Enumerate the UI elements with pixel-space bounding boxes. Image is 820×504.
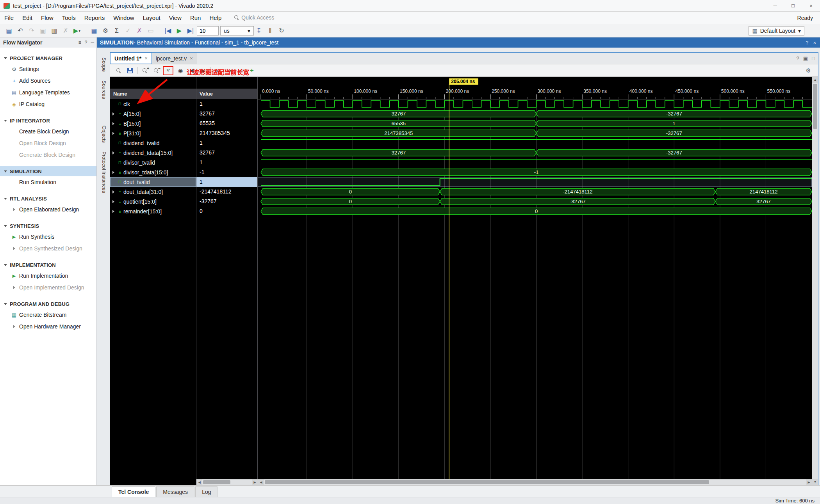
add-marker-icon[interactable]: +: [247, 66, 257, 75]
validate-icon[interactable]: ✓: [123, 26, 133, 36]
banner-close-icon[interactable]: ×: [813, 40, 816, 46]
scroll-left-icon[interactable]: ◀: [258, 479, 264, 485]
signal-name-dividend-tvalid[interactable]: ⊓dividend_tvalid: [110, 138, 196, 148]
signal-value-divisor-tdata-15-0[interactable]: -1: [196, 167, 257, 177]
tab-untitled-1[interactable]: Untitled 1*×: [110, 53, 152, 64]
menu-run[interactable]: Run: [186, 12, 205, 24]
flow-item-run-synthesis[interactable]: ▶Run Synthesis: [0, 231, 96, 243]
layout-select[interactable]: ▦ Default Layout ▾: [749, 26, 804, 35]
signal-value-dout-tdata-31-0[interactable]: -2147418112: [196, 187, 257, 197]
relaunch-icon[interactable]: ↻: [276, 26, 287, 36]
save-project-icon[interactable]: ▤: [4, 26, 14, 36]
run-for-time-icon[interactable]: ↧: [254, 26, 264, 36]
flow-section-implementation[interactable]: IMPLEMENTATION: [0, 260, 96, 270]
tab-close-icon[interactable]: ×: [190, 55, 193, 61]
flow-help-icon[interactable]: ?: [85, 40, 87, 45]
expand-arrow-icon[interactable]: [110, 200, 116, 203]
menu-edit[interactable]: Edit: [18, 12, 37, 24]
signal-name-dout-tdata-31-0[interactable]: ≡dout_tdata[31:0]: [110, 187, 196, 197]
signal-value-dividend-tvalid[interactable]: 1: [196, 138, 257, 148]
go-to-end-icon[interactable]: ⇥: [225, 66, 234, 75]
expand-arrow-icon[interactable]: [110, 122, 116, 125]
maximize-button[interactable]: □: [784, 0, 802, 11]
flow-item-create-block-design[interactable]: Create Block Design: [0, 126, 96, 137]
run-time-input[interactable]: [197, 26, 219, 35]
scroll-down-icon[interactable]: ▼: [812, 479, 818, 485]
signal-name-b-15-0[interactable]: ≡B[15:0]: [110, 119, 196, 128]
wave-settings-icon[interactable]: ⚙: [804, 66, 813, 75]
value-column-scrollbar[interactable]: ◀ ▶: [196, 479, 258, 485]
side-tab-objects[interactable]: Objects: [99, 121, 109, 147]
zoom-out-button[interactable]: −: [152, 66, 161, 75]
time-unit-select[interactable]: us▾: [220, 26, 254, 35]
bottom-tab-messages[interactable]: Messages: [156, 486, 194, 497]
side-tab-protocol-instances[interactable]: Protocol Instances: [99, 147, 109, 197]
expand-arrow-icon[interactable]: [110, 171, 116, 174]
delete-icon[interactable]: ✗: [61, 26, 71, 36]
run-all-icon[interactable]: ▶: [174, 26, 184, 36]
minimize-button[interactable]: ─: [766, 0, 784, 11]
side-tab-scope[interactable]: Scope: [99, 53, 109, 76]
expand-arrow-icon[interactable]: [110, 112, 116, 115]
menu-window[interactable]: Window: [109, 12, 138, 24]
expand-arrow-icon[interactable]: [110, 151, 116, 154]
menu-help[interactable]: Help: [205, 12, 226, 24]
signal-value-divisor-tvalid[interactable]: 1: [196, 158, 257, 167]
signal-value-dividend-tdata-15-0[interactable]: 32767: [196, 148, 257, 158]
flow-item-generate-block-design[interactable]: Generate Block Design: [0, 149, 96, 161]
signal-value-p-31-0[interactable]: 2147385345: [196, 128, 257, 138]
undo-icon[interactable]: ↶: [15, 26, 25, 36]
bottom-tab-tcl-console[interactable]: Tcl Console: [112, 486, 155, 497]
next-transition-icon[interactable]: |▶: [198, 66, 208, 75]
signal-name-divisor-tdata-15-0[interactable]: ≡divisor_tdata[15:0]: [110, 167, 196, 177]
pane-maximize-icon[interactable]: □: [812, 55, 815, 61]
scroll-right-icon[interactable]: ▶: [806, 479, 812, 485]
banner-help-icon[interactable]: ?: [806, 40, 808, 46]
pause-icon[interactable]: ‖: [265, 26, 275, 36]
signal-name-clk[interactable]: ⊓clk: [110, 99, 196, 109]
menu-flow[interactable]: Flow: [37, 12, 58, 24]
flow-item-open-synthesized-design[interactable]: Open Synthesized Design: [0, 243, 96, 254]
wave-scroll-thumb[interactable]: [265, 480, 709, 484]
flow-section-program-and-debug[interactable]: PROGRAM AND DEBUG: [0, 299, 96, 309]
step-icon[interactable]: ▶|: [185, 26, 196, 36]
vertical-scrollbar[interactable]: ▲ ▼: [812, 77, 818, 485]
find-button[interactable]: [114, 66, 123, 75]
save-waveform-button[interactable]: [125, 66, 135, 75]
flow-section-synthesis[interactable]: SYNTHESIS: [0, 221, 96, 231]
vertical-scroll-thumb[interactable]: [813, 84, 817, 129]
swap-cursors-icon[interactable]: ⇄: [236, 66, 245, 75]
go-to-start-icon[interactable]: ⇤: [213, 66, 223, 75]
signal-name-remainder-15-0[interactable]: ≡remainder[15:0]: [110, 206, 196, 216]
scroll-right-icon[interactable]: ▶: [252, 479, 258, 485]
settings-gear-icon[interactable]: ⚙: [100, 26, 111, 36]
signal-value-a-15-0[interactable]: 32767: [196, 109, 257, 119]
sigma-icon[interactable]: Σ: [112, 26, 122, 36]
probe-icon[interactable]: ✗: [134, 26, 144, 36]
flow-item-add-sources[interactable]: +Add Sources: [0, 75, 96, 87]
signal-name-dout-tvalid[interactable]: ⊓dout_tvalid: [110, 177, 196, 187]
menu-tools[interactable]: Tools: [58, 12, 80, 24]
zoom-in-button[interactable]: +: [140, 66, 150, 75]
scroll-up-icon[interactable]: ▲: [812, 77, 818, 83]
menu-view[interactable]: View: [165, 12, 186, 24]
shape-icon[interactable]: ▭: [146, 26, 156, 36]
signal-name-dividend-tdata-15-0[interactable]: ≡dividend_tdata[15:0]: [110, 148, 196, 158]
flow-section-rtl-analysis[interactable]: RTL ANALYSIS: [0, 193, 96, 204]
signal-name-divisor-tvalid[interactable]: ⊓divisor_tvalid: [110, 158, 196, 167]
run-flow-button[interactable]: ▶▾: [72, 26, 82, 36]
redo-icon[interactable]: ↷: [27, 26, 37, 36]
signal-value-b-15-0[interactable]: 65535: [196, 119, 257, 128]
waveform-scrollbar[interactable]: ◀ ▶: [258, 479, 812, 485]
signal-name-p-31-0[interactable]: ≡P[31:0]: [110, 128, 196, 138]
expand-arrow-icon[interactable]: [110, 190, 116, 193]
report-icon[interactable]: ▦: [89, 26, 99, 36]
signal-value-quotient-15-0[interactable]: -32767: [196, 197, 257, 206]
pane-help-icon[interactable]: ?: [797, 55, 799, 61]
value-column-header[interactable]: Value: [196, 89, 257, 99]
menu-file[interactable]: File: [0, 12, 18, 24]
menu-reports[interactable]: Reports: [80, 12, 109, 24]
quick-access-search[interactable]: Quick Access: [233, 14, 292, 22]
zoom-to-cursor-icon[interactable]: ◉: [176, 66, 185, 75]
flow-item-run-implementation[interactable]: ▶Run Implementation: [0, 270, 96, 282]
